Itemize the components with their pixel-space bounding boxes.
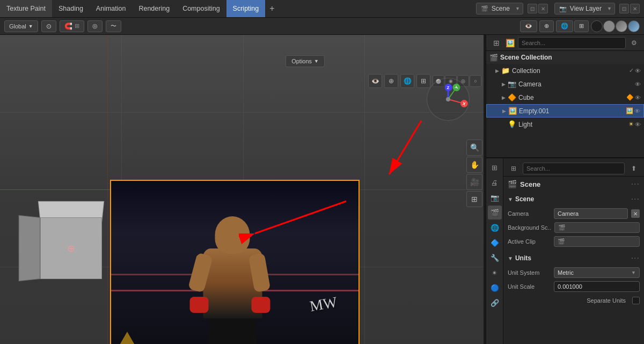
snap-icon2: ⊞ (75, 23, 79, 30)
tree-item-collection[interactable]: ▶ 📁 Collection ✓ 👁 (486, 64, 644, 77)
props-tab-view-layer[interactable]: 📷 (488, 191, 502, 204)
scene-selector-label: Scene (492, 5, 510, 12)
props-tab-modifier[interactable]: 🔧 (488, 251, 502, 265)
global-dropdown-arrow: ▼ (28, 24, 33, 29)
proportional-btn[interactable]: ◎ (87, 20, 103, 32)
activeclip-prop-value[interactable]: 🎬 (554, 236, 640, 247)
zoom-tool-btn[interactable]: 🔍 (466, 140, 482, 156)
options-button[interactable]: Options ▼ (286, 55, 325, 67)
props-search-input[interactable] (523, 163, 625, 174)
light-eye[interactable]: 👁 (635, 121, 641, 128)
tree-item-camera[interactable]: ▶ 📷 Camera 👁 (486, 77, 644, 91)
props-tab-scene[interactable]: 🎬 (488, 206, 502, 219)
activeclip-prop-label: Active Clip (508, 238, 551, 245)
menu-rendering[interactable]: Rendering (132, 0, 176, 17)
units-section-header[interactable]: ▼ Units ··· (503, 251, 644, 266)
outliner-search-input[interactable] (518, 37, 626, 49)
properties-panel: ⊞ 🖨 📷 🎬 🌐 🔷 🔧 ✴ 🔵 🔗 ⊞ ⬆ (486, 158, 644, 344)
props-tab-physics[interactable]: 🔵 (488, 281, 502, 295)
scene-section-dots2: ··· (631, 194, 640, 204)
viewport-3d[interactable]: ⊕ (0, 35, 486, 344)
overlay-btn1[interactable]: 🌐 (400, 74, 414, 88)
viewport-modes: 🌐 ⊞ (556, 20, 589, 32)
props-header-icon[interactable]: ⊞ (508, 163, 519, 174)
collection-eye[interactable]: 👁 (635, 68, 641, 74)
empty001-arrow[interactable]: ▶ (501, 108, 507, 114)
toolbar-bar: Global ▼ ⊙ 🧲 ⊞ ◎ 〜 👁️ ⊕ 🌐 ⊞ (0, 18, 644, 35)
menu-scripting[interactable]: Scripting (226, 0, 266, 17)
menu-compositing[interactable]: Compositing (176, 0, 226, 17)
cube-face-front: ⊕ (40, 217, 102, 279)
transform-btn[interactable]: ⊙ (41, 20, 56, 32)
menu-shading[interactable]: Shading (52, 0, 90, 17)
global-mode-btn[interactable]: Global ▼ (4, 20, 38, 32)
wireframe-btn[interactable] (591, 20, 603, 32)
outliner-view-btn[interactable]: ⊞ (491, 37, 502, 49)
photo-object[interactable]: MW (110, 180, 360, 344)
gizmo-toggle-btn[interactable]: ⊕ (384, 74, 398, 88)
pan-tool-btn[interactable]: ✋ (466, 157, 482, 173)
props-tab-object[interactable]: 🔷 (488, 236, 502, 250)
solid-btn[interactable] (603, 20, 615, 32)
scene-selector[interactable]: 🎬 Scene ▼ (476, 3, 523, 14)
camera-arrow[interactable]: ▶ (500, 82, 507, 87)
camera-prop-value[interactable]: Camera (554, 208, 628, 219)
separate-units-row: Separate Units (503, 294, 644, 308)
camera-x-button[interactable]: ✕ (631, 209, 640, 218)
collection-check[interactable]: ✓ (629, 67, 634, 74)
tree-item-light[interactable]: 💡 Light ☀ 👁 (486, 118, 644, 131)
lookdev-btn[interactable] (616, 20, 627, 32)
viewport-mode2-btn[interactable]: ⊞ (574, 20, 589, 32)
add-workspace-button[interactable]: + (265, 0, 279, 17)
props-scene-name-row: 🎬 Scene ··· (503, 177, 644, 192)
unit-scale-value[interactable]: 0.001000 (554, 281, 640, 292)
cube-eye[interactable]: 👁 (635, 94, 641, 101)
light-type-icon: ☀ (628, 121, 634, 128)
viewport-shading-btn[interactable]: 👁️ (520, 20, 537, 32)
menu-texture-paint[interactable]: Texture Paint (0, 0, 52, 17)
cube-center-mark: ⊕ (67, 243, 75, 254)
props-tab-constraints[interactable]: 🔗 (488, 296, 502, 310)
curve-icon: 〜 (111, 22, 116, 30)
props-header-expand[interactable]: ⬆ (628, 163, 640, 174)
props-tab-output[interactable]: 🖨 (488, 175, 502, 189)
snap-btn[interactable]: 🧲 ⊞ (60, 20, 84, 32)
background-prop-value[interactable]: 🎬 (554, 222, 640, 233)
separate-units-checkbox[interactable] (632, 297, 640, 304)
tree-item-empty001[interactable]: ▶ 🖼️ Empty.001 🖼️ 👁 (486, 104, 644, 118)
gizmo-z-dot[interactable]: Z (444, 84, 452, 91)
transform-orientations-btn[interactable]: ⊕ (539, 20, 554, 32)
camera-tool-btn[interactable]: 🎥 (466, 174, 482, 190)
curve-btn[interactable]: 〜 (106, 20, 121, 32)
outliner-sort-btn[interactable]: 🖼️ (504, 37, 516, 49)
props-tab-particles[interactable]: ✴ (488, 266, 502, 280)
empty001-eye[interactable]: 👁 (634, 108, 640, 114)
view-layer-close[interactable]: ✕ (630, 4, 640, 13)
menu-animation[interactable]: Animation (90, 0, 133, 17)
view-layer-maximize[interactable]: ⊡ (619, 4, 629, 13)
props-tab-world[interactable]: 🌐 (488, 221, 502, 235)
outliner-filter-btn[interactable]: ⚙ (628, 37, 640, 49)
rendered-btn[interactable] (628, 20, 640, 32)
scene-section-header[interactable]: ▼ Scene ··· (503, 192, 644, 207)
scene-section-title: Scene (515, 195, 534, 203)
activeclip-prop-row: Active Clip 🎬 (503, 235, 644, 248)
grid-tool-btn[interactable]: ⊞ (466, 191, 482, 207)
camera-eye[interactable]: 👁 (635, 81, 641, 87)
view-layer-selector[interactable]: 📷 View Layer ▼ (554, 3, 615, 14)
cube-arrow[interactable]: ▶ (500, 95, 507, 100)
close-viewport-button[interactable]: ✕ (538, 4, 548, 13)
viewport-mode-btn[interactable]: 🌐 (556, 20, 573, 32)
props-tab-render[interactable]: ⊞ (488, 160, 502, 174)
panel-resize-handle[interactable] (484, 35, 486, 344)
navigation-gizmo[interactable]: Z Y X (427, 78, 470, 121)
visibility-btn[interactable]: 👁️ (368, 74, 382, 88)
viewport-shading4[interactable]: ○ (470, 75, 481, 87)
view-layer-icon: 📷 (559, 5, 567, 12)
light-icon: 💡 (508, 120, 516, 128)
unit-scale-label: Unit Scale (508, 283, 551, 290)
tree-item-cube[interactable]: ▶ 🔶 Cube 🔶 👁 (486, 91, 644, 104)
collection-arrow[interactable]: ▶ (494, 68, 500, 74)
maximize-button[interactable]: ⊡ (528, 4, 537, 13)
unit-system-value[interactable]: Metric ▼ (554, 267, 640, 278)
